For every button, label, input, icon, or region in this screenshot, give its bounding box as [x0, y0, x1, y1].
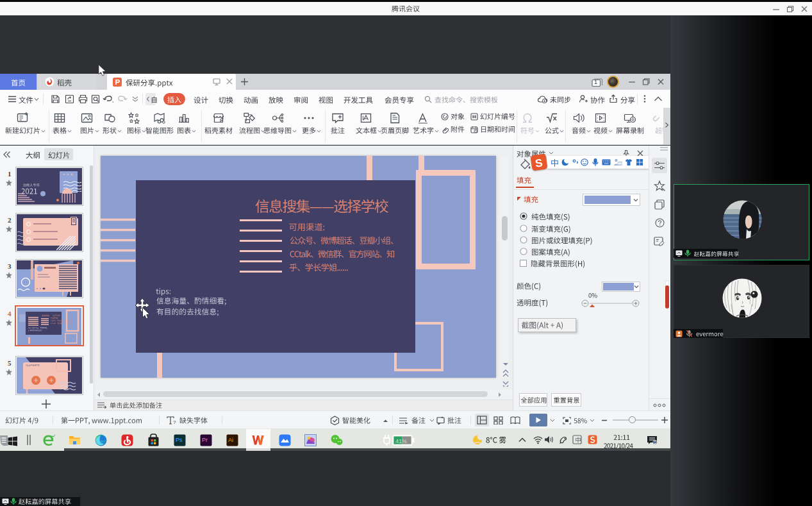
svg-text:13: 13	[618, 162, 622, 165]
svg-text:6: 6	[654, 440, 656, 444]
svg-text:?: ?	[173, 419, 176, 425]
svg-text:S: S	[534, 156, 543, 169]
svg-text:41%: 41%	[395, 438, 407, 444]
